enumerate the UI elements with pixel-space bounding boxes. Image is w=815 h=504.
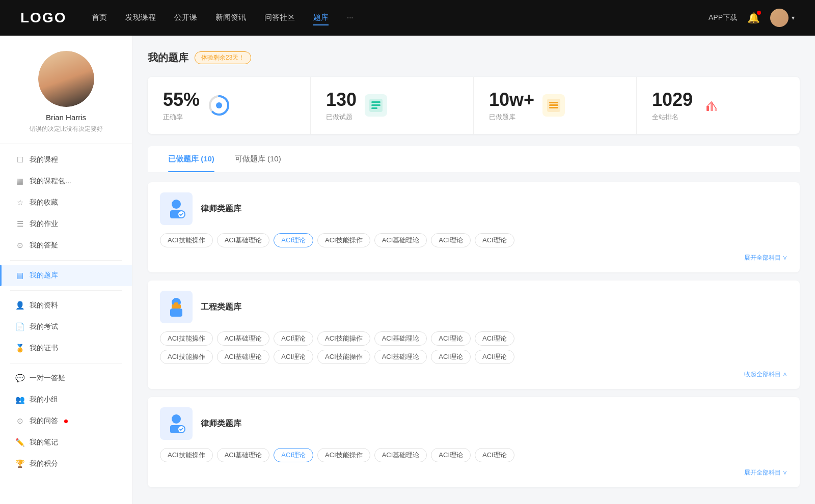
- tag-3-0[interactable]: ACI技能操作: [160, 448, 213, 462]
- tag-2-3[interactable]: ACI技能操作: [317, 331, 370, 346]
- nav-discover[interactable]: 发现课程: [125, 11, 156, 25]
- chat-icon: 💬: [15, 374, 24, 383]
- card-header-3: 律师类题库: [160, 407, 787, 440]
- sidebar-item-label: 我的证书: [30, 344, 58, 353]
- notification-bell[interactable]: 🔔: [747, 12, 760, 24]
- sidebar-item-label: 我的课程: [30, 155, 58, 164]
- tags-row-1: ACI技能操作 ACI基础理论 ACI理论 ACI技能操作 ACI基础理论 AC…: [160, 233, 787, 247]
- stat-done-banks: 10w+ 已做题库: [474, 77, 637, 134]
- tag-1-0[interactable]: ACI技能操作: [160, 233, 213, 247]
- tag-2b-1[interactable]: ACI基础理论: [217, 350, 270, 364]
- tag-3-2[interactable]: ACI理论: [274, 448, 313, 462]
- sidebar-item-quiz-bank[interactable]: ▤ 我的题库: [0, 265, 132, 286]
- quiz-bank-card-1: 律师类题库 ACI技能操作 ACI基础理论 ACI理论 ACI技能操作 ACI基…: [148, 182, 800, 272]
- tags-row-2a: ACI技能操作 ACI基础理论 ACI理论 ACI技能操作 ACI基础理论 AC…: [160, 331, 787, 346]
- nav-more[interactable]: ···: [347, 11, 354, 25]
- sidebar-item-certificate[interactable]: 🏅 我的证书: [0, 338, 132, 359]
- svg-rect-11: [707, 106, 709, 111]
- engineer-icon-1: [160, 291, 193, 323]
- profile-motto: 错误的决定比没有决定要好: [10, 125, 122, 133]
- tag-2-1[interactable]: ACI基础理论: [217, 331, 270, 346]
- stat-value-done: 130 已做试题: [326, 89, 357, 122]
- page-title: 我的题库: [148, 51, 188, 65]
- menu-divider-2: [10, 290, 122, 291]
- tab-done[interactable]: 已做题库 (10): [158, 146, 225, 172]
- tag-1-2[interactable]: ACI理论: [274, 233, 313, 247]
- list-icon: [365, 94, 387, 117]
- tag-1-6[interactable]: ACI理论: [475, 233, 514, 247]
- sidebar-item-my-qa[interactable]: ⊙ 我的问答: [0, 410, 132, 432]
- question-icon: ⊙: [15, 241, 24, 250]
- sidebar-item-course-package[interactable]: ▦ 我的课程包...: [0, 171, 132, 192]
- sidebar-item-exam[interactable]: 📄 我的考试: [0, 316, 132, 338]
- nav-open-course[interactable]: 公开课: [174, 11, 197, 25]
- tag-2b-2[interactable]: ACI理论: [274, 350, 313, 364]
- tab-available[interactable]: 可做题库 (10): [225, 146, 291, 172]
- sidebar-item-favorites[interactable]: ☆ 我的收藏: [0, 192, 132, 213]
- tag-3-3[interactable]: ACI技能操作: [317, 448, 370, 462]
- sidebar-item-my-course[interactable]: ☐ 我的课程: [0, 149, 132, 171]
- nav-news[interactable]: 新闻资讯: [215, 11, 246, 25]
- main-content: 我的题库 体验剩余23天！ 55% 正确率: [132, 36, 815, 504]
- collapse-link-2[interactable]: 收起全部科目 ∧: [160, 370, 787, 379]
- tag-3-4[interactable]: ACI基础理论: [374, 448, 427, 462]
- tag-1-4[interactable]: ACI基础理论: [374, 233, 427, 247]
- tag-2b-6[interactable]: ACI理论: [475, 350, 514, 364]
- nav-quiz[interactable]: 题库: [313, 11, 329, 25]
- tag-2b-4[interactable]: ACI基础理论: [374, 350, 427, 364]
- accuracy-icon: [208, 94, 230, 117]
- tabs-row: 已做题库 (10) 可做题库 (10): [148, 146, 800, 172]
- nav-home[interactable]: 首页: [92, 11, 107, 25]
- svg-rect-8: [549, 102, 558, 103]
- stat-label: 已做题库: [489, 113, 534, 122]
- tag-2-5[interactable]: ACI理论: [431, 331, 471, 346]
- stat-value-ranking: 1029 全站排名: [652, 89, 693, 122]
- avatar-image: [770, 9, 789, 27]
- svg-rect-9: [549, 104, 558, 106]
- tag-2-0[interactable]: ACI技能操作: [160, 331, 213, 346]
- sidebar-item-group[interactable]: 👥 我的小组: [0, 389, 132, 410]
- tag-2-4[interactable]: ACI基础理论: [374, 331, 427, 346]
- sidebar-menu: ☐ 我的课程 ▦ 我的课程包... ☆ 我的收藏 ☰ 我的作业 ⊙ 我的答疑 ▤: [0, 149, 132, 474]
- logo[interactable]: LOGO: [20, 10, 71, 26]
- tag-2-2[interactable]: ACI理论: [274, 331, 313, 346]
- sidebar-item-questions[interactable]: ⊙ 我的答疑: [0, 235, 132, 256]
- svg-rect-6: [371, 107, 377, 109]
- sidebar-item-label: 我的题库: [30, 271, 58, 280]
- sidebar-item-homework[interactable]: ☰ 我的作业: [0, 213, 132, 235]
- card-title-3: 律师类题库: [201, 418, 241, 429]
- tag-1-3[interactable]: ACI技能操作: [317, 233, 370, 247]
- tag-1-1[interactable]: ACI基础理论: [217, 233, 270, 247]
- sidebar-item-points[interactable]: 🏆 我的积分: [0, 453, 132, 474]
- sidebar-item-notes[interactable]: ✏️ 我的笔记: [0, 432, 132, 453]
- tag-2b-3[interactable]: ACI技能操作: [317, 350, 370, 364]
- svg-rect-21: [174, 302, 178, 305]
- tag-2b-0[interactable]: ACI技能操作: [160, 350, 213, 364]
- sidebar-item-profile[interactable]: 👤 我的资料: [0, 295, 132, 316]
- sidebar-item-one-on-one[interactable]: 💬 一对一答疑: [0, 368, 132, 389]
- sidebar: Brian Harris 错误的决定比没有决定要好 ☐ 我的课程 ▦ 我的课程包…: [0, 36, 132, 504]
- tag-2b-5[interactable]: ACI理论: [431, 350, 471, 364]
- tag-3-5[interactable]: ACI理论: [431, 448, 471, 462]
- expand-link-1[interactable]: 展开全部科目 ∨: [160, 254, 787, 262]
- main-layout: Brian Harris 错误的决定比没有决定要好 ☐ 我的课程 ▦ 我的课程包…: [0, 36, 815, 504]
- tag-1-5[interactable]: ACI理论: [431, 233, 471, 247]
- chevron-down-icon: ▾: [792, 14, 795, 21]
- profile-icon: 👤: [15, 301, 24, 310]
- tag-3-6[interactable]: ACI理论: [475, 448, 514, 462]
- stat-number: 130: [326, 89, 357, 110]
- expand-link-3[interactable]: 展开全部科目 ∨: [160, 468, 787, 477]
- group-icon: 👥: [15, 395, 24, 404]
- exam-icon: 📄: [15, 322, 24, 331]
- app-download-button[interactable]: APP下载: [709, 13, 737, 22]
- tag-3-1[interactable]: ACI基础理论: [217, 448, 270, 462]
- page-header: 我的题库 体验剩余23天！: [148, 51, 800, 65]
- quiz-icon: ▤: [15, 271, 24, 280]
- tag-2-6[interactable]: ACI理论: [475, 331, 514, 346]
- nav-qa[interactable]: 问答社区: [264, 11, 295, 25]
- user-avatar-menu[interactable]: ▾: [770, 9, 795, 27]
- navigation: 首页 发现课程 公开课 新闻资讯 问答社区 题库 ···: [92, 11, 688, 25]
- stat-value-accuracy: 55% 正确率: [163, 89, 200, 122]
- profile-avatar-image: [38, 51, 94, 107]
- sidebar-item-label: 我的考试: [30, 322, 58, 331]
